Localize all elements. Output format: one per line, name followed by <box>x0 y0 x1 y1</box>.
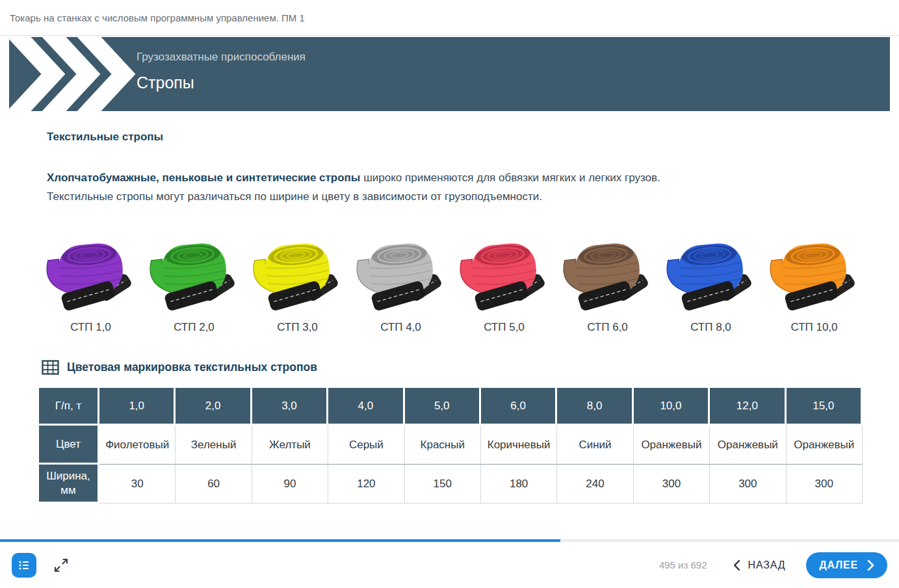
capacity-header-cell: 8,0 <box>557 388 633 426</box>
table-cell: Коричневый <box>481 426 557 465</box>
sling-figure: СТП 2,0 <box>142 228 246 334</box>
sling-roll-image <box>766 228 863 314</box>
menu-button[interactable] <box>12 553 36 578</box>
sling-label: СТП 4,0 <box>380 321 421 334</box>
capacity-header-cell: 12,0 <box>710 388 786 426</box>
intro-bold-lead: Хлопчатобумажные, пеньковые и синтетичес… <box>47 172 360 184</box>
table-cell: Серый <box>328 426 404 465</box>
slide-title: Стропы <box>137 73 306 92</box>
table-cell: Оранжевый <box>787 426 863 465</box>
row-header-cell: Г/п, т <box>39 388 99 426</box>
table-cell: 180 <box>481 465 557 504</box>
slings-row: СТП 1,0 СТП 2,0 <box>39 228 866 334</box>
banner-text: Грузозахватные приспособления Стропы <box>137 51 306 92</box>
sling-figure: СТП 6,0 <box>556 228 659 334</box>
sling-label: СТП 3,0 <box>277 321 318 334</box>
capacity-header-cell: 1,0 <box>99 388 176 426</box>
course-title: Токарь на станках с числовым программным… <box>10 12 305 23</box>
table-cell: Оранжевый <box>710 426 786 465</box>
sling-roll-image <box>456 228 553 314</box>
color-marking-table: Г/п, т1,02,03,04,05,06,08,010,012,015,0Ц… <box>39 388 863 504</box>
table-cell: 60 <box>176 465 252 504</box>
color-marking-table-body: Г/п, т1,02,03,04,05,06,08,010,012,015,0Ц… <box>39 388 863 504</box>
sling-roll-image <box>352 228 450 314</box>
table-cell: 300 <box>710 465 786 504</box>
table-cell: 30 <box>99 465 176 504</box>
chevron-left-icon <box>733 559 740 571</box>
list-menu-icon <box>18 559 31 572</box>
fullscreen-button[interactable] <box>52 556 70 574</box>
progress-bar-fill <box>0 539 560 542</box>
course-player-window: Токарь на станках с числовым программным… <box>0 0 899 588</box>
sling-label: СТП 5,0 <box>484 321 525 334</box>
table-row-width_mm: Ширина, мм306090120150180240300300300 <box>39 465 863 504</box>
capacity-header-cell: 5,0 <box>405 388 481 426</box>
capacity-header-cell: 6,0 <box>481 388 557 426</box>
table-cell: 120 <box>328 465 404 504</box>
capacity-header-cell: 10,0 <box>634 388 710 426</box>
capacity-header-cell: 2,0 <box>176 388 252 426</box>
sling-figure: СТП 4,0 <box>349 228 452 334</box>
row-header-cell: Цвет <box>39 426 99 465</box>
player-footer: 495 из 692 НАЗАД ДАЛЕЕ <box>0 539 899 588</box>
next-button[interactable]: ДАЛЕЕ <box>806 552 887 578</box>
sling-label: СТП 8,0 <box>690 321 731 334</box>
capacity-header-cell: 3,0 <box>252 388 328 426</box>
chevron-right-icon <box>867 559 874 571</box>
slide-content: Текстильные стропы Хлопчатобумажные, пен… <box>0 111 899 504</box>
table-cell: Оранжевый <box>634 426 710 465</box>
sling-roll-image <box>559 228 657 314</box>
sling-figure: СТП 8,0 <box>659 228 762 334</box>
table-cell: 150 <box>405 465 481 504</box>
table-cell: Желтый <box>252 426 328 465</box>
chevrons-decoration-icon <box>9 37 146 111</box>
slide-header-banner: Грузозахватные приспособления Стропы <box>9 37 890 111</box>
next-button-label: ДАЛЕЕ <box>819 559 858 571</box>
sling-roll-image <box>249 228 346 314</box>
table-cell: 240 <box>557 465 633 504</box>
table-row-capacity: Г/п, т1,02,03,04,05,06,08,010,012,015,0 <box>39 388 863 426</box>
intro-line-1: Хлопчатобумажные, пеньковые и синтетичес… <box>47 168 861 187</box>
table-heading: Цветовая маркировка текстильных стропов <box>42 360 861 375</box>
top-bar: Токарь на станках с числовым программным… <box>0 0 899 36</box>
sling-label: СТП 1,0 <box>70 321 111 334</box>
table-cell: Красный <box>405 426 481 465</box>
table-grid-icon <box>42 360 59 375</box>
sling-roll-image <box>662 228 760 314</box>
progress-bar-track[interactable] <box>0 539 899 542</box>
back-button[interactable]: НАЗАД <box>733 559 786 571</box>
capacity-header-cell: 15,0 <box>787 388 863 426</box>
capacity-header-cell: 4,0 <box>328 388 404 426</box>
table-heading-label: Цветовая маркировка текстильных стропов <box>67 361 317 374</box>
sling-figure: СТП 1,0 <box>39 228 142 334</box>
intro-line-2: Текстильные стропы могут различаться по … <box>47 187 861 206</box>
table-cell: 300 <box>787 465 863 504</box>
sling-roll-image <box>42 228 140 314</box>
banner-subtitle: Грузозахватные приспособления <box>137 51 306 64</box>
sling-figure: СТП 10,0 <box>762 228 866 334</box>
section-heading: Текстильные стропы <box>47 131 861 144</box>
intro-paragraph: Хлопчатобумажные, пеньковые и синтетичес… <box>47 168 861 206</box>
table-cell: 90 <box>252 465 328 504</box>
table-row-color_name: ЦветФиолетовыйЗеленыйЖелтыйСерыйКрасныйК… <box>39 426 863 465</box>
expand-arrows-icon <box>53 557 69 573</box>
table-cell: Фиолетовый <box>99 426 176 465</box>
sling-figure: СТП 5,0 <box>452 228 556 334</box>
sling-figure: СТП 3,0 <box>246 228 349 334</box>
table-cell: 300 <box>634 465 710 504</box>
row-header-cell: Ширина, мм <box>39 465 99 504</box>
sling-label: СТП 2,0 <box>174 321 215 334</box>
sling-label: СТП 6,0 <box>587 321 628 334</box>
table-cell: Синий <box>557 426 633 465</box>
intro-rest: широко применяются для обвязки мягких и … <box>360 172 660 184</box>
back-button-label: НАЗАД <box>748 559 786 571</box>
footer-controls: 495 из 692 НАЗАД ДАЛЕЕ <box>0 542 899 588</box>
table-cell: Зеленый <box>176 426 252 465</box>
sling-label: СТП 10,0 <box>790 321 837 334</box>
sling-roll-image <box>146 228 243 314</box>
page-indicator: 495 из 692 <box>659 559 707 570</box>
